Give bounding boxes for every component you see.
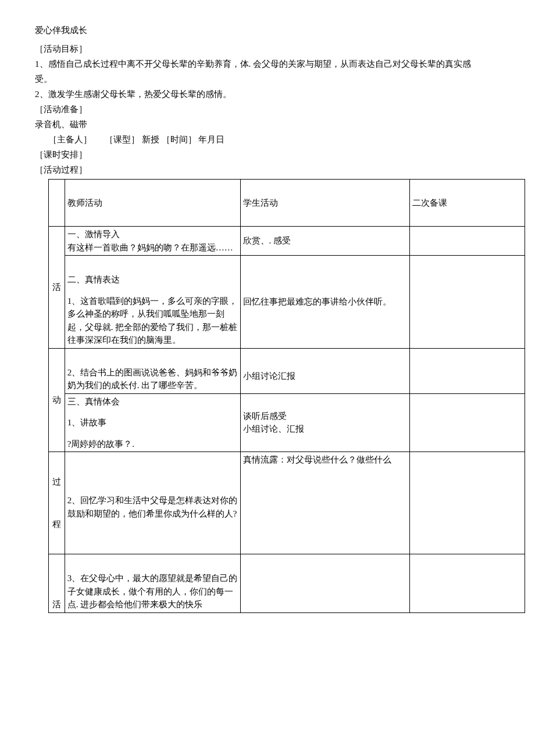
teacher-sec2a: 二、真情表达 1、这首歌唱到的妈妈一，多么可亲的字眼，多么神圣的称呼，从我们呱呱… bbox=[65, 256, 240, 349]
goal-label: ［活动目标］ bbox=[35, 42, 500, 56]
teacher-sec3b: 2、回忆学习和生活中父母是怎样表达对你的鼓励和期望的，他们希里你成为什么样的人? bbox=[65, 452, 240, 554]
sec1-heading: 一、激情导入 bbox=[67, 228, 238, 241]
table-row: 三、真情体会 1、讲故事 ?周婷婷的故事？. 谈听后感受 小组讨论、汇报 bbox=[48, 393, 525, 452]
table-row: 活 一、激情导入 有这样一首歌曲？妈妈的吻？在那遥远…… 欣赏、. 感受 bbox=[48, 227, 525, 256]
student-s4b: 小组讨论、汇报 bbox=[243, 422, 407, 436]
author-label: ［主备人］ bbox=[48, 135, 92, 144]
sec3-text1b: ?周婷婷的故事？. bbox=[67, 438, 238, 451]
header-teacher: 教师活动 bbox=[65, 180, 240, 227]
sec2-heading: 二、真情表达 bbox=[67, 273, 238, 286]
prep-label: ［活动准备］ bbox=[35, 102, 500, 116]
table-row: 过 程 2、回忆学习和生活中父母是怎样表达对你的鼓励和期望的，他们希里你成为什么… bbox=[48, 452, 525, 554]
student-s4: 谈听后感受 小组讨论、汇报 bbox=[240, 393, 409, 452]
time-val: 年月日 bbox=[198, 135, 224, 144]
student-s2: 回忆往事把最难忘的事讲给小伙伴听。 bbox=[240, 256, 409, 349]
left-cell-2: 动 bbox=[48, 348, 65, 452]
student-s1: 欣赏、. 感受 bbox=[240, 227, 409, 256]
sec3-text1: 1、讲故事 bbox=[67, 416, 238, 429]
goal-1b: 受。 bbox=[35, 72, 500, 86]
student-s4a: 谈听后感受 bbox=[243, 410, 407, 423]
left-r3: 过 bbox=[50, 475, 63, 489]
process-label: ［活动过程］ bbox=[35, 163, 500, 177]
note-cell bbox=[410, 227, 525, 256]
type-label: ［课型］ bbox=[105, 135, 140, 144]
time-label: ［时间］ bbox=[162, 135, 197, 144]
goal-1a: 1、感悟自己成长过程中离不开父母长辈的辛勤养育，体. 会父母的关家与期望，从而表… bbox=[35, 57, 500, 71]
note-cell bbox=[410, 554, 525, 613]
table-row: 动 2、结合书上的图画说说爸爸、妈妈和爷爷奶奶为我们的成长付. 出了哪些辛苦。 … bbox=[48, 348, 525, 393]
note-cell bbox=[410, 452, 525, 554]
student-s5: 真情流露：对父母说些什么？做些什么 bbox=[240, 452, 409, 554]
table-header-row: 教师活动 学生活动 二次备课 bbox=[48, 180, 525, 227]
teacher-sec1: 一、激情导入 有这样一首歌曲？妈妈的吻？在那遥远…… bbox=[65, 227, 240, 256]
type-val: 新授 bbox=[142, 135, 159, 144]
sec1-text: 有这样一首歌曲？妈妈的吻？在那遥远…… bbox=[67, 241, 238, 255]
student-empty bbox=[240, 554, 409, 613]
student-s3: 小组讨论汇报 bbox=[240, 348, 409, 393]
teacher-sec3a: 三、真情体会 1、讲故事 ?周婷婷的故事？. bbox=[65, 393, 240, 452]
sec3-text2: 2、回忆学习和生活中父母是怎样表达对你的鼓励和期望的，他们希里你成为什么样的人? bbox=[67, 494, 238, 520]
header-note: 二次备课 bbox=[410, 180, 525, 227]
goal-2: 2、激发学生感谢父母长辈，热爱父母长辈的感情。 bbox=[35, 87, 500, 101]
sec3-heading: 三、真情体会 bbox=[67, 395, 238, 409]
sec2-text1: 1、这首歌唱到的妈妈一，多么可亲的字眼，多么神圣的称呼，从我们呱呱坠地那一刻起，… bbox=[67, 295, 238, 347]
sec3-text3: 3、在父母心中，最大的愿望就是希望自己的子女健康成长，做个有用的人，你们的每一点… bbox=[67, 572, 238, 611]
teacher-sec3c: 3、在父母心中，最大的愿望就是希望自己的子女健康成长，做个有用的人，你们的每一点… bbox=[65, 554, 240, 613]
left-cell-5: 活 bbox=[48, 554, 65, 613]
table-row: 活 3、在父母心中，最大的愿望就是希望自己的子女健康成长，做个有用的人，你们的每… bbox=[48, 554, 525, 613]
note-cell bbox=[410, 256, 525, 349]
table-row: 二、真情表达 1、这首歌唱到的妈妈一，多么可亲的字眼，多么神圣的称呼，从我们呱呱… bbox=[48, 256, 525, 349]
sec2-text2: 2、结合书上的图画说说爸爸、妈妈和爷爷奶奶为我们的成长付. 出了哪些辛苦。 bbox=[67, 366, 238, 392]
prep-item: 录音机、磁带 bbox=[35, 117, 500, 131]
note-cell bbox=[410, 348, 525, 393]
schedule-label: ［课时安排］ bbox=[35, 148, 500, 162]
left-cell-3: 过 程 bbox=[48, 452, 65, 554]
teacher-sec2b: 2、结合书上的图画说说爸爸、妈妈和爷爷奶奶为我们的成长付. 出了哪些辛苦。 bbox=[65, 348, 240, 393]
header-left bbox=[48, 180, 65, 227]
meta-line: ［主备人］ ［课型］ 新授 ［时间］ 年月日 bbox=[48, 132, 501, 146]
activity-table: 教师活动 学生活动 二次备课 活 一、激情导入 有这样一首歌曲？妈妈的吻？在那遥… bbox=[48, 179, 525, 613]
note-cell bbox=[410, 393, 525, 452]
page-title: 爱心伴我成长 bbox=[35, 23, 500, 37]
left-r4: 程 bbox=[50, 518, 63, 531]
header-student: 学生活动 bbox=[240, 180, 409, 227]
left-cell-1: 活 bbox=[48, 227, 65, 349]
